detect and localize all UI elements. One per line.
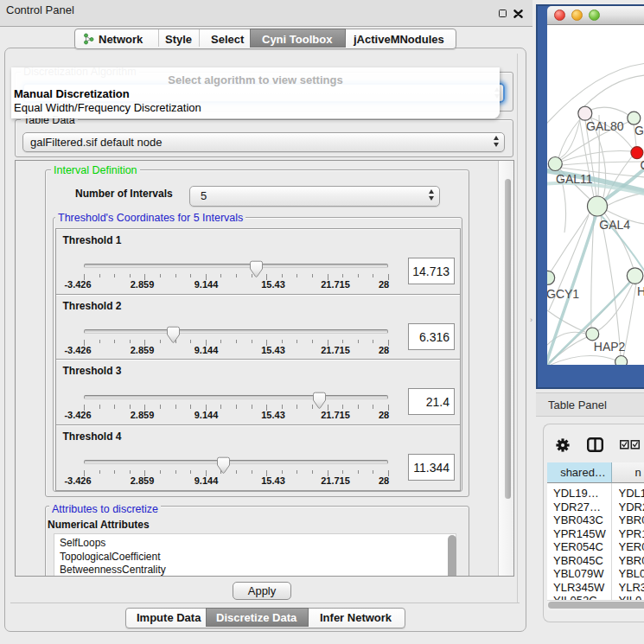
svg-text:GAL11: GAL11 xyxy=(556,171,593,185)
svg-text:GAL4: GAL4 xyxy=(599,217,630,231)
svg-text:H: H xyxy=(637,284,644,297)
svg-text:GA: GA xyxy=(634,124,644,137)
svg-text:C: C xyxy=(640,157,644,171)
svg-text:GAL80: GAL80 xyxy=(586,118,624,132)
svg-text:GCY1: GCY1 xyxy=(547,286,579,300)
svg-text:HAP2: HAP2 xyxy=(593,340,625,354)
